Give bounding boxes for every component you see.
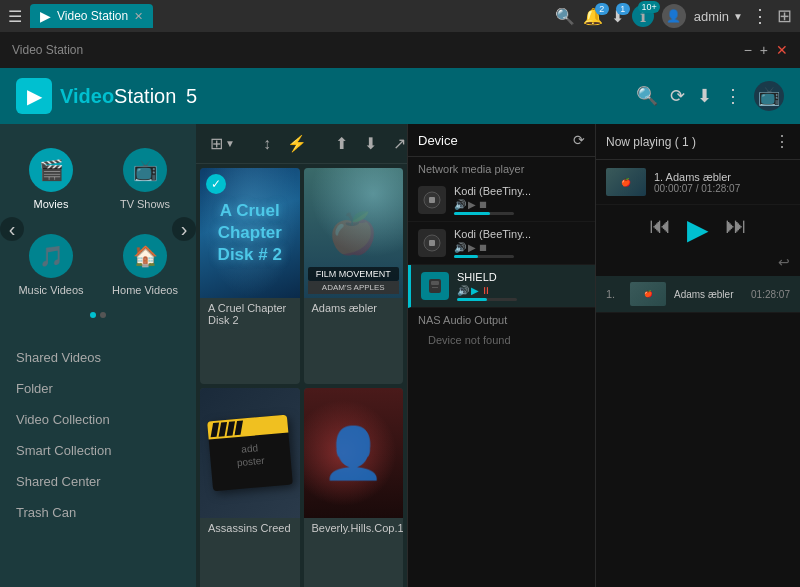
device-refresh-icon[interactable]: ⟳	[573, 132, 585, 148]
window-maximize-icon[interactable]: +	[760, 42, 768, 58]
np-queue-title-1: Adams æbler	[674, 289, 743, 300]
kodi-1-controls: 🔊 ▶ ⏹	[454, 199, 585, 210]
search-icon[interactable]: 🔍	[636, 85, 658, 107]
video-card-adams[interactable]: 🍎 FILM MOVEMENT ADAM'S APPLES Adams æble…	[304, 168, 404, 384]
toolbar: ⊞ ▼ ↕ ⚡ ⬆ ⬇ ↗	[196, 124, 407, 164]
device-header: Device ⟳	[408, 124, 595, 157]
download-btn[interactable]: ⬇	[358, 130, 383, 157]
share-btn[interactable]: ↗	[387, 130, 407, 157]
sidebar-item-music-videos[interactable]: 🎵 Music Videos	[8, 226, 94, 304]
shield-play-icon[interactable]: ▶	[471, 285, 479, 296]
toolbar-download-icon: ⬇	[364, 134, 377, 153]
sidebar-categories: ‹ 🎬 Movies 📺 TV Shows 🎵 Music Videos	[0, 124, 196, 334]
kodi-2-stop-icon[interactable]: ⏹	[478, 242, 488, 253]
video-card-cruel-chapter[interactable]: A CruelChapterDisk # 2 ✓ A Cruel Chapter…	[200, 168, 300, 384]
title-bar: ☰ ▶ Video Station ✕ 🔍 🔔 2 ⬇ 1 ℹ 10+ 👤 ad…	[0, 0, 800, 32]
kodi-1-volume-icon[interactable]: 🔊	[454, 199, 466, 210]
sidebar: ‹ 🎬 Movies 📺 TV Shows 🎵 Music Videos	[0, 124, 196, 587]
categories-grid: 🎬 Movies 📺 TV Shows 🎵 Music Videos 🏠 Hom…	[8, 140, 188, 304]
sidebar-item-shared-videos[interactable]: Shared Videos	[0, 342, 196, 373]
sidebar-dot-1	[90, 312, 96, 318]
nas-section-label: NAS Audio Output	[418, 314, 585, 330]
video-card-beverly[interactable]: 👤 Beverly.Hills.Cop.1[1984]Dv...	[304, 388, 404, 588]
sidebar-item-video-collection[interactable]: Video Collection	[0, 404, 196, 435]
app-tab[interactable]: ▶ Video Station ✕	[30, 4, 153, 28]
app-header: ▶ VideoStation 5 🔍 ⟳ ⬇ ⋮ 📺	[0, 68, 800, 124]
kodi-1-volume-bar	[454, 212, 514, 215]
upload-btn[interactable]: ⬆	[329, 130, 354, 157]
device-item-kodi-2[interactable]: Kodi (BeeTiny... 🔊 ▶ ⏹	[408, 222, 595, 265]
window-close-icon[interactable]: ✕	[776, 42, 788, 58]
filter-btn[interactable]: ⚡	[281, 130, 313, 157]
user-menu[interactable]: admin ▼	[694, 9, 743, 24]
sidebar-item-trash-can[interactable]: Trash Can	[0, 497, 196, 528]
movies-icon: 🎬	[29, 148, 73, 192]
sidebar-item-folder[interactable]: Folder	[0, 373, 196, 404]
sidebar-prev-icon[interactable]: ‹	[0, 217, 24, 241]
shield-volume-fill	[457, 298, 487, 301]
title-search-icon[interactable]: 🔍	[555, 7, 575, 26]
shield-pause-icon[interactable]: ⏸	[481, 285, 491, 296]
kodi-1-name: Kodi (BeeTiny...	[454, 185, 585, 197]
download-icon[interactable]: ⬇	[697, 85, 712, 107]
kodi-1-stop-icon[interactable]: ⏹	[478, 199, 488, 210]
kodi-2-play-icon[interactable]: ▶	[468, 242, 476, 253]
main-content: ⊞ ▼ ↕ ⚡ ⬆ ⬇ ↗	[196, 124, 407, 587]
user-avatar-icon: 👤	[662, 4, 686, 28]
notification-btn-1[interactable]: 🔔 2	[583, 7, 603, 26]
kodi-1-play-icon[interactable]: ▶	[468, 199, 476, 210]
cast-icon[interactable]: 📺	[754, 81, 784, 111]
tab-label: Video Station	[57, 9, 128, 23]
titlebar-more-icon[interactable]: ⋮	[751, 5, 769, 27]
np-track-time: 00:00:07 / 01:28:07	[654, 183, 790, 194]
sort-btn[interactable]: ↕	[257, 131, 277, 157]
video-card-label-beverly: Beverly.Hills.Cop.1[1984]Dv...	[304, 518, 404, 538]
notification-btn-2[interactable]: ⬇ 1	[611, 7, 624, 26]
kodi-2-volume-icon[interactable]: 🔊	[454, 242, 466, 253]
np-queue-time-1: 01:28:07	[751, 289, 790, 300]
sidebar-item-movies[interactable]: 🎬 Movies	[8, 140, 94, 218]
filter-icon: ⚡	[287, 134, 307, 153]
kodi-1-info: Kodi (BeeTiny... 🔊 ▶ ⏹	[454, 185, 585, 215]
now-playing-header: Now playing ( 1 ) ⋮	[596, 124, 800, 160]
shield-controls: 🔊 ▶ ⏸	[457, 285, 585, 296]
np-queue-item-1[interactable]: 1. 🍎 Adams æbler 01:28:07	[596, 276, 800, 313]
device-item-kodi-1[interactable]: Kodi (BeeTiny... 🔊 ▶ ⏹	[408, 179, 595, 222]
hamburger-icon[interactable]: ☰	[8, 7, 22, 26]
nas-section: NAS Audio Output Device not found	[408, 308, 595, 356]
shield-info: SHIELD 🔊 ▶ ⏸	[457, 271, 585, 301]
window-minimize-icon[interactable]: −	[744, 42, 752, 58]
np-queue-num-1: 1.	[606, 288, 622, 300]
now-playing-more-icon[interactable]: ⋮	[774, 132, 790, 151]
np-play-icon[interactable]: ▶	[687, 213, 709, 246]
kodi-2-name: Kodi (BeeTiny...	[454, 228, 585, 240]
shield-volume-icon[interactable]: 🔊	[457, 285, 469, 296]
selected-check-icon: ✓	[206, 174, 226, 194]
share-icon: ↗	[393, 134, 406, 153]
view-toggle-btn[interactable]: ⊞ ▼	[204, 130, 241, 157]
notif-badge-2: 1	[616, 3, 630, 15]
kodi-1-icon	[418, 186, 446, 214]
np-prev-icon[interactable]: ⏮	[649, 213, 671, 246]
sidebar-next-icon[interactable]: ›	[172, 217, 196, 241]
video-grid: A CruelChapterDisk # 2 ✓ A Cruel Chapter…	[196, 164, 407, 587]
sidebar-nav: Shared Videos Folder Video Collection Sm…	[0, 334, 196, 536]
dsm-icon[interactable]: ⊞	[777, 5, 792, 27]
music-videos-icon: 🎵	[29, 234, 73, 278]
tab-close-icon[interactable]: ✕	[134, 10, 143, 23]
notification-btn-3[interactable]: ℹ 10+	[632, 5, 654, 27]
sidebar-item-tv-shows[interactable]: 📺 TV Shows	[102, 140, 188, 218]
svg-rect-3	[429, 240, 435, 246]
home-videos-label: Home Videos	[112, 284, 178, 296]
np-replay-icon[interactable]: ↩	[778, 254, 790, 270]
sidebar-item-smart-collection[interactable]: Smart Collection	[0, 435, 196, 466]
video-thumb-beverly: 👤	[304, 388, 404, 518]
header-more-icon[interactable]: ⋮	[724, 85, 742, 107]
device-item-shield[interactable]: SHIELD 🔊 ▶ ⏸	[408, 265, 595, 308]
video-card-assassins[interactable]: addposter Assassins Creed	[200, 388, 300, 588]
movies-label: Movies	[34, 198, 69, 210]
refresh-icon[interactable]: ⟳	[670, 85, 685, 107]
video-card-label-cruel: A Cruel Chapter Disk 2	[200, 298, 300, 330]
np-next-icon[interactable]: ⏭	[725, 213, 747, 246]
sidebar-item-shared-center[interactable]: Shared Center	[0, 466, 196, 497]
